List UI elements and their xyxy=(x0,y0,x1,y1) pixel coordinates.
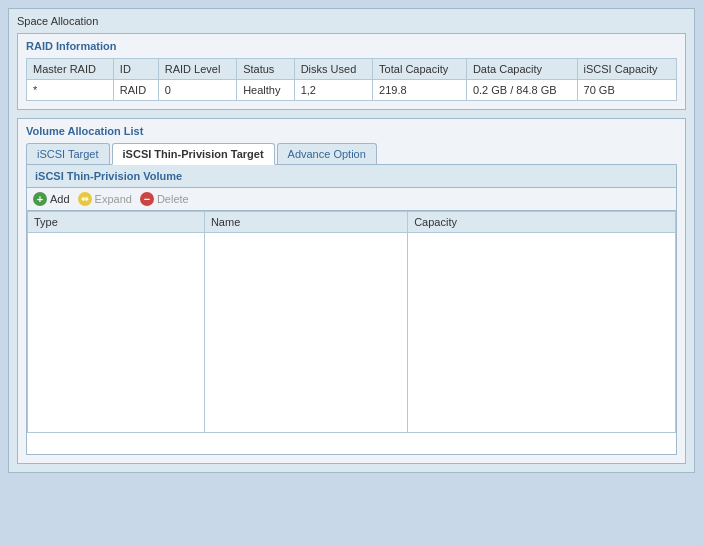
tab-iscsi-thin-privision[interactable]: iSCSI Thin-Privision Target xyxy=(112,143,275,165)
raid-col-level: RAID Level xyxy=(158,59,236,80)
raid-table: Master RAID ID RAID Level Status Disks U… xyxy=(26,58,677,101)
tab-content: iSCSI Thin-Privision Volume + Add ⇔ Expa… xyxy=(26,165,677,455)
volume-table: Type Name Capacity xyxy=(27,211,676,433)
vol-col-capacity: Capacity xyxy=(408,212,676,233)
add-label: Add xyxy=(50,193,70,205)
raid-col-disks: Disks Used xyxy=(294,59,372,80)
table-row xyxy=(28,233,676,433)
toolbar: + Add ⇔ Expand − Delete xyxy=(27,188,676,211)
vol-col-type: Type xyxy=(28,212,205,233)
raid-col-iscsi: iSCSI Capacity xyxy=(577,59,676,80)
add-icon: + xyxy=(33,192,47,206)
raid-col-data: Data Capacity xyxy=(466,59,577,80)
delete-label: Delete xyxy=(157,193,189,205)
expand-icon: ⇔ xyxy=(78,192,92,206)
tab-advance-option[interactable]: Advance Option xyxy=(277,143,377,164)
raid-section: RAID Information Master RAID ID RAID Lev… xyxy=(17,33,686,110)
table-row: *RAID0Healthy1,2219.80.2 GB / 84.8 GB70 … xyxy=(27,80,677,101)
add-button[interactable]: + Add xyxy=(33,192,70,206)
raid-col-master: Master RAID xyxy=(27,59,114,80)
outer-panel: Space Allocation RAID Information Master… xyxy=(8,8,695,473)
raid-section-title: RAID Information xyxy=(26,40,677,52)
tab-iscsi-target[interactable]: iSCSI Target xyxy=(26,143,110,164)
delete-icon: − xyxy=(140,192,154,206)
raid-col-id: ID xyxy=(113,59,158,80)
vol-col-name: Name xyxy=(204,212,407,233)
delete-button[interactable]: − Delete xyxy=(140,192,189,206)
outer-panel-title: Space Allocation xyxy=(17,15,686,27)
iscsi-thin-header: iSCSI Thin-Privision Volume xyxy=(27,165,676,188)
expand-label: Expand xyxy=(95,193,132,205)
tab-bar: iSCSI Target iSCSI Thin-Privision Target… xyxy=(26,143,677,165)
raid-col-status: Status xyxy=(237,59,294,80)
volume-section: Volume Allocation List iSCSI Target iSCS… xyxy=(17,118,686,464)
expand-button[interactable]: ⇔ Expand xyxy=(78,192,132,206)
volume-section-title: Volume Allocation List xyxy=(26,125,677,137)
raid-col-total: Total Capacity xyxy=(373,59,467,80)
